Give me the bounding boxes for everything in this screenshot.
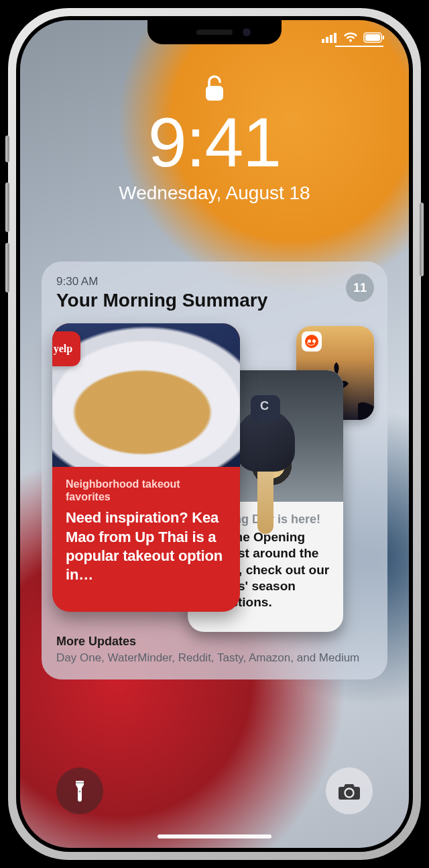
- flashlight-button[interactable]: [56, 767, 103, 814]
- summary-time: 9:30 AM: [56, 275, 373, 288]
- summary-more-updates[interactable]: More Updates Day One, WaterMinder, Reddi…: [56, 635, 373, 665]
- lock-time: 9:41: [20, 107, 409, 177]
- svg-rect-2: [330, 35, 332, 43]
- mute-switch[interactable]: [5, 135, 9, 162]
- notification-summary[interactable]: 9:30 AM Your Morning Summary 11: [42, 262, 387, 680]
- summary-card-yelp[interactable]: yelp Neighborhood takeout favorites Need…: [52, 323, 240, 612]
- yelp-image: [52, 323, 240, 467]
- power-button[interactable]: [420, 203, 424, 276]
- lock-date: Wednesday, August 18: [20, 182, 409, 204]
- volume-down-button[interactable]: [5, 243, 9, 292]
- svg-rect-5: [365, 34, 380, 41]
- volume-up-button[interactable]: [5, 182, 9, 232]
- lock-header: 9:41 Wednesday, August 18: [20, 72, 409, 204]
- more-updates-apps: Day One, WaterMinder, Reddit, Tasty, Ama…: [56, 651, 373, 665]
- cellular-icon: [322, 32, 338, 43]
- svg-rect-8: [76, 782, 84, 783]
- more-updates-label: More Updates: [56, 635, 373, 649]
- battery-icon: [363, 32, 385, 43]
- svg-rect-6: [383, 36, 385, 40]
- status-bar: [322, 32, 385, 43]
- wifi-icon: [343, 32, 358, 43]
- svg-rect-7: [206, 86, 223, 101]
- flashlight-icon: [71, 779, 88, 802]
- svg-rect-1: [326, 37, 328, 43]
- unlock-icon: [203, 72, 226, 103]
- svg-rect-0: [322, 39, 324, 43]
- home-indicator[interactable]: [158, 834, 271, 838]
- summary-count-badge[interactable]: 11: [346, 274, 374, 302]
- lock-screen[interactable]: 9:41 Wednesday, August 18 9:30 AM Your M…: [20, 20, 409, 848]
- yelp-body-text: Need inspiration? Kea Mao from Up Thai i…: [66, 508, 227, 584]
- lock-screen-controls: [20, 767, 409, 814]
- status-underline: [335, 46, 383, 47]
- summary-cards: E Opening Day is here! With the Opening …: [56, 323, 373, 632]
- camera-icon: [338, 782, 361, 800]
- reddit-app-icon: [302, 331, 322, 351]
- yelp-app-icon: yelp: [52, 331, 80, 366]
- phone-bezel: 9:41 Wednesday, August 18 9:30 AM Your M…: [16, 16, 413, 852]
- summary-title: Your Morning Summary: [56, 290, 373, 311]
- svg-point-9: [78, 790, 80, 792]
- svg-rect-3: [334, 33, 336, 43]
- camera-button[interactable]: [326, 767, 373, 814]
- yelp-subtitle: Neighborhood takeout favorites: [66, 478, 227, 503]
- phone-frame: 9:41 Wednesday, August 18 9:30 AM Your M…: [8, 8, 421, 860]
- notch: [147, 20, 282, 44]
